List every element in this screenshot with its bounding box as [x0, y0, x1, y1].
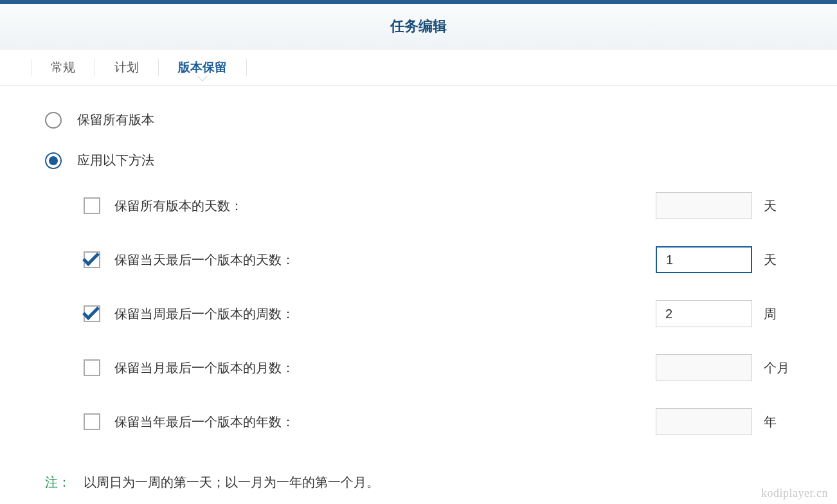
option-label-last-day: 保留当天最后一个版本的天数： [114, 251, 656, 269]
option-label-all-days: 保留所有版本的天数： [114, 197, 656, 215]
radio-keep-all-label: 保留所有版本 [77, 111, 154, 129]
input-last-year[interactable] [656, 408, 752, 435]
tab-general[interactable]: 常规 [31, 59, 95, 76]
unit-last-week: 周 [764, 305, 792, 323]
radio-apply-method[interactable] [45, 152, 62, 169]
option-row-all-days: 保留所有版本的天数： 天 [84, 192, 792, 219]
tab-schedule[interactable]: 计划 [95, 59, 159, 76]
unit-all-days: 天 [764, 197, 792, 215]
dialog-header: 任务编辑 [0, 4, 837, 50]
input-last-month[interactable] [656, 354, 752, 381]
checkbox-all-days[interactable] [84, 197, 100, 214]
radio-row-keep-all: 保留所有版本 [45, 111, 792, 129]
option-label-last-week: 保留当周最后一个版本的周数： [114, 305, 656, 323]
tab-schedule-label: 计划 [114, 59, 139, 76]
dialog-title: 任务编辑 [0, 17, 837, 36]
option-row-last-month: 保留当月最后一个版本的月数： 个月 [84, 354, 792, 381]
input-all-days[interactable] [656, 192, 752, 219]
input-last-day[interactable] [656, 246, 752, 273]
unit-last-day: 天 [764, 251, 792, 269]
option-row-last-week: 保留当周最后一个版本的周数： 周 [84, 300, 792, 327]
content-area: 保留所有版本 应用以下方法 保留所有版本的天数： 天 保留当天最后一个版本的天数… [0, 86, 837, 435]
unit-last-month: 个月 [764, 359, 792, 377]
note-label: 注： [45, 474, 71, 491]
checkbox-last-day[interactable] [84, 251, 100, 268]
option-row-last-year: 保留当年最后一个版本的年数： 年 [84, 408, 792, 435]
option-label-last-month: 保留当月最后一个版本的月数： [114, 359, 656, 377]
radio-keep-all[interactable] [45, 112, 62, 129]
tab-version-retention[interactable]: 版本保留 [159, 59, 247, 76]
footer-note: 注： 以周日为一周的第一天；以一月为一年的第一个月。 [0, 474, 837, 491]
option-label-last-year: 保留当年最后一个版本的年数： [114, 413, 656, 431]
tab-bar: 常规 计划 版本保留 [0, 50, 837, 86]
option-row-last-day: 保留当天最后一个版本的天数： 天 [84, 246, 792, 273]
tab-general-label: 常规 [51, 59, 75, 76]
radio-apply-method-label: 应用以下方法 [77, 152, 154, 169]
note-text: 以周日为一周的第一天；以一月为一年的第一个月。 [84, 474, 379, 491]
unit-last-year: 年 [764, 413, 792, 431]
watermark: kodiplayer.cn [761, 487, 828, 500]
checkbox-last-year[interactable] [84, 413, 100, 430]
checkbox-last-week[interactable] [84, 305, 100, 322]
checkbox-last-month[interactable] [84, 359, 100, 376]
radio-row-apply-method: 应用以下方法 [45, 152, 792, 169]
input-last-week[interactable] [656, 300, 752, 327]
method-options: 保留所有版本的天数： 天 保留当天最后一个版本的天数： 天 保留当周最后一个版本… [45, 192, 792, 435]
tab-version-retention-label: 版本保留 [178, 59, 227, 76]
